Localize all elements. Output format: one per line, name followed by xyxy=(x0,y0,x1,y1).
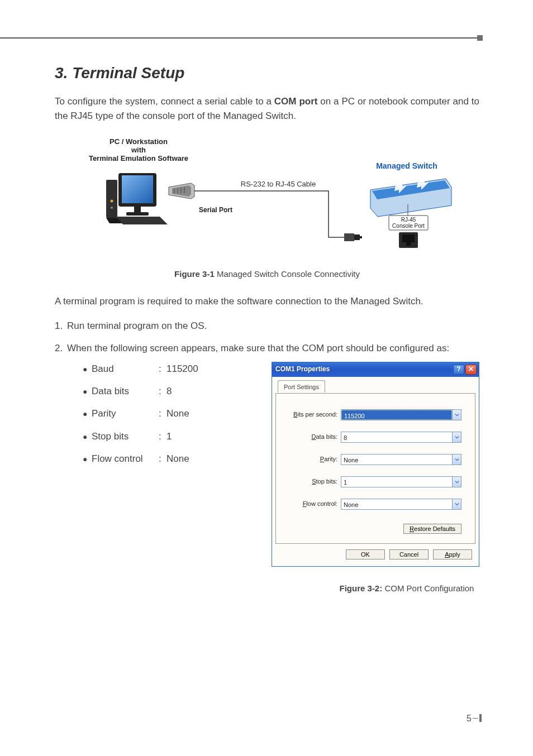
config-baud: ●Baud:115200 xyxy=(83,362,222,376)
svg-point-1 xyxy=(111,199,113,202)
config-parity: ●Parity:None xyxy=(83,406,222,421)
svg-rect-13 xyxy=(360,236,362,238)
ok-button[interactable]: OK xyxy=(346,549,385,559)
step-1: 1.Run terminal program on the OS. xyxy=(55,319,479,333)
connectivity-diagram: PC / Workstation with Terminal Emulation… xyxy=(60,134,474,262)
tab-port-settings[interactable]: Port Settings xyxy=(278,380,325,393)
close-button[interactable]: ✕ xyxy=(465,365,477,375)
chevron-down-icon[interactable] xyxy=(452,454,461,465)
dialog-titlebar[interactable]: COM1 Properties ? ✕ xyxy=(272,362,479,377)
config-stopbits: ●Stop bits:1 xyxy=(83,429,222,444)
svg-text:Console Port: Console Port xyxy=(392,223,425,229)
page-number-dash xyxy=(473,718,478,719)
parity-combo[interactable]: None xyxy=(341,454,461,465)
step-2: 2.When the following screen appears, mak… xyxy=(55,341,479,567)
pc-label-1: PC / Workstation xyxy=(110,137,168,146)
bits-per-second-combo[interactable]: 115200 xyxy=(341,409,461,420)
chevron-down-icon[interactable] xyxy=(452,499,461,509)
apply-button[interactable]: Apply xyxy=(433,549,472,559)
cancel-button[interactable]: Cancel xyxy=(389,549,429,559)
field-bits-per-second: Bits per second: 115200 xyxy=(289,409,461,420)
section-title: 3. Terminal Setup xyxy=(55,64,479,82)
figure-3-2-caption: Figure 3-2: COM Port Configuration xyxy=(309,583,505,593)
cable-line xyxy=(194,191,344,237)
pc-label-2: with xyxy=(131,146,146,154)
chevron-down-icon[interactable] xyxy=(452,432,461,442)
monitor-icon xyxy=(116,173,168,224)
db9-connector-icon xyxy=(169,183,194,199)
field-data-bits: Data bits: 8 xyxy=(289,432,461,443)
dialog-title: COM1 Properties xyxy=(275,364,452,375)
field-flow-control: Flow control: None xyxy=(289,499,461,510)
com1-properties-dialog: COM1 Properties ? ✕ Port Settings xyxy=(272,362,479,567)
field-stop-bits: Stop bits: 1 xyxy=(289,476,461,487)
config-list: ●Baud:115200 ●Data bits:8 ●Parity:None ●… xyxy=(55,362,222,567)
page-number: 5 xyxy=(467,714,472,724)
svg-rect-11 xyxy=(344,233,354,241)
intro-bold: COM port xyxy=(274,96,318,107)
config-flowcontrol: ●Flow control:None xyxy=(83,452,222,466)
rj45-jack-icon xyxy=(399,232,418,248)
serial-port-label: Serial Port xyxy=(199,206,232,214)
svg-rect-12 xyxy=(354,235,360,240)
field-parity: Parity: None xyxy=(289,454,461,465)
pc-label-3: Terminal Emulation Software xyxy=(89,154,188,162)
help-button[interactable]: ? xyxy=(453,365,464,375)
svg-rect-5 xyxy=(126,212,149,216)
managed-switch-label: Managed Switch xyxy=(376,161,437,170)
config-databits: ●Data bits:8 xyxy=(83,384,222,399)
page-number-bar xyxy=(479,714,482,722)
figure-3-1-caption: Figure 3-1 Managed Switch Console Connec… xyxy=(55,269,479,279)
restore-defaults-button[interactable]: Restore Defaults xyxy=(403,524,461,534)
header-rule xyxy=(0,37,480,39)
intro-paragraph: To configure the system, connect a seria… xyxy=(55,94,479,124)
chevron-down-icon[interactable] xyxy=(452,410,461,420)
intro-pre: To configure the system, connect a seria… xyxy=(55,96,274,107)
svg-rect-0 xyxy=(106,180,117,218)
flow-control-combo[interactable]: None xyxy=(341,499,461,510)
header-marker xyxy=(477,35,483,41)
svg-rect-4 xyxy=(134,207,141,212)
post-diagram-paragraph: A terminal program is required to make t… xyxy=(55,294,479,309)
chevron-down-icon[interactable] xyxy=(452,477,461,487)
svg-text:RJ-45: RJ-45 xyxy=(401,217,416,223)
svg-rect-22 xyxy=(406,242,411,246)
svg-rect-21 xyxy=(402,235,415,242)
stop-bits-combo[interactable]: 1 xyxy=(341,476,461,487)
data-bits-combo[interactable]: 8 xyxy=(341,432,461,443)
cable-label: RS-232 to RJ-45 Cable xyxy=(241,180,316,188)
svg-point-2 xyxy=(111,207,113,209)
svg-marker-6 xyxy=(116,217,168,224)
rj45-plug-icon xyxy=(344,233,362,241)
managed-switch-icon xyxy=(370,179,451,217)
